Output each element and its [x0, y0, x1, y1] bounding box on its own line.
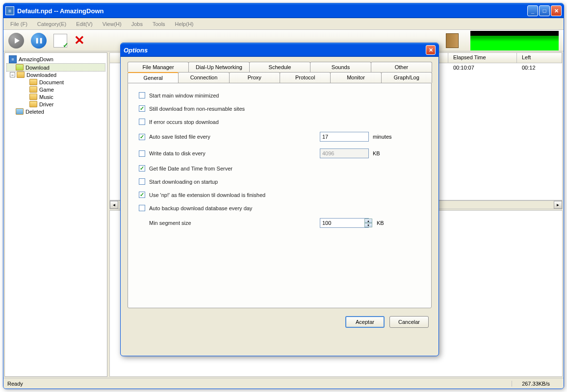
tree-deleted[interactable]: Deleted	[7, 108, 105, 115]
input-auto-save-minutes[interactable]	[320, 132, 369, 142]
tab-container: File Manager Dial-Up Networking Schedule…	[128, 62, 432, 308]
checkbox-get-date[interactable]	[139, 165, 145, 172]
label-start-downloading: Start downloading on startup	[149, 179, 218, 185]
checkbox-use-np[interactable]	[139, 192, 145, 198]
input-min-segment[interactable]	[320, 218, 369, 228]
delete-x-icon[interactable]: ✕	[74, 33, 85, 48]
tree-downloaded-label: Downloaded	[26, 72, 56, 78]
folder-icon	[29, 86, 37, 93]
opt-if-error: If error occurs stop download	[139, 119, 420, 125]
tree-child-label: Game	[39, 87, 54, 93]
accept-button[interactable]: Aceptar	[345, 316, 385, 328]
checkbox-auto-backup[interactable]	[139, 205, 145, 211]
list-col-elapsed[interactable]: Elapsed Time	[448, 53, 517, 63]
tree-child-label: Document	[39, 79, 64, 85]
tab-graphlog[interactable]: Graph/Log	[381, 72, 432, 83]
menu-file[interactable]: File (F)	[6, 20, 31, 28]
tab-connection[interactable]: Connection	[178, 72, 229, 83]
spinner-down-icon[interactable]: ▼	[364, 223, 372, 227]
tab-sounds[interactable]: Sounds	[310, 62, 371, 72]
spinner-up-icon[interactable]: ▲	[364, 219, 372, 223]
tree-game[interactable]: Game	[7, 86, 105, 93]
label-start-minimized: Start main window minimized	[149, 93, 219, 98]
tree-document[interactable]: Document	[7, 78, 105, 86]
tab-other[interactable]: Other	[371, 62, 432, 72]
scroll-right-icon[interactable]: ►	[554, 201, 562, 209]
unit-kb-2: KB	[377, 220, 384, 226]
list-col-left[interactable]: Left	[517, 53, 562, 63]
opt-auto-backup: Auto backup download database every day	[139, 205, 420, 211]
bandwidth-graph	[470, 31, 559, 50]
opt-auto-save: Auto save listed file every minutes	[139, 132, 420, 142]
window-title: Default.npd -- AmazingDown	[17, 7, 527, 15]
scroll-left-icon[interactable]: ◄	[110, 201, 118, 209]
checkbox-still-download[interactable]	[139, 105, 145, 112]
play-icon[interactable]	[8, 33, 24, 49]
menu-help[interactable]: Help(H)	[171, 20, 198, 28]
opt-start-downloading: Start downloading on startup	[139, 178, 420, 185]
tree-music[interactable]: Music	[7, 93, 105, 100]
label-write-disk: Write data to disk every	[149, 150, 316, 156]
tab-schedule[interactable]: Schedule	[249, 62, 310, 72]
cancel-button[interactable]: Cancelar	[389, 316, 429, 328]
checkbox-if-error[interactable]	[139, 119, 145, 125]
tab-row-top: File Manager Dial-Up Networking Schedule…	[128, 62, 432, 72]
close-button[interactable]: ✕	[551, 5, 562, 16]
tab-proxy[interactable]: Proxy	[229, 72, 280, 83]
input-write-disk-kb	[320, 148, 369, 158]
tab-general[interactable]: General	[128, 72, 179, 83]
label-use-np: Use 'np!' as file extension til download…	[149, 192, 265, 198]
maximize-button[interactable]: □	[539, 5, 550, 16]
unit-minutes: minutes	[373, 134, 392, 140]
tree-download[interactable]: Download	[7, 64, 105, 71]
status-speed: 267.33KB/s	[512, 381, 560, 387]
tab-protocol[interactable]: Protocol	[280, 72, 331, 83]
tab-monitor[interactable]: Monitor	[330, 72, 381, 83]
tab-panel-general: Start main window minimized Still downlo…	[128, 83, 432, 308]
tree-driver[interactable]: Driver	[7, 100, 105, 108]
opt-min-segment: Min segment size ▲ ▼ KB	[139, 218, 420, 228]
checkbox-start-minimized[interactable]	[139, 92, 145, 98]
tree-downloaded[interactable]: − Downloaded	[7, 71, 105, 78]
label-auto-save: Auto save listed file every	[149, 134, 316, 140]
recycle-icon	[16, 108, 24, 115]
category-tree[interactable]: ≡ AmazingDown Download − Downloaded Docu…	[4, 52, 107, 377]
folder-icon	[29, 94, 37, 100]
options-dialog: Options ✕ File Manager Dial-Up Networkin…	[120, 43, 439, 356]
label-if-error: If error occurs stop download	[149, 119, 219, 125]
label-auto-backup: Auto backup download database every day	[149, 205, 252, 211]
exit-door-icon[interactable]	[446, 33, 459, 48]
window-controls: _ □ ✕	[527, 5, 562, 16]
label-get-date: Get file Date and Time from Server	[149, 166, 232, 172]
tree-download-label: Download	[26, 65, 50, 71]
menu-category[interactable]: Category(E)	[33, 20, 70, 28]
folder-icon	[17, 72, 25, 78]
main-window: ≡ Default.npd -- AmazingDown _ □ ✕ File …	[3, 3, 564, 389]
tab-dialup[interactable]: Dial-Up Networking	[188, 62, 250, 72]
menubar: File (F) Category(E) Edit(V) View(H) Job…	[3, 18, 564, 30]
tab-file-manager[interactable]: File Manager	[128, 62, 189, 72]
pause-icon[interactable]	[31, 33, 47, 49]
opt-get-date: Get file Date and Time from Server	[139, 165, 420, 172]
tree-deleted-label: Deleted	[26, 109, 44, 115]
menu-tools[interactable]: Tools	[149, 20, 169, 28]
titlebar[interactable]: ≡ Default.npd -- AmazingDown _ □ ✕	[3, 3, 564, 18]
checkbox-start-downloading[interactable]	[139, 178, 145, 185]
dialog-close-icon[interactable]: ✕	[426, 45, 436, 55]
cell-left: 00:12	[522, 65, 536, 71]
menu-view[interactable]: View(H)	[99, 20, 126, 28]
opt-still-download: Still download from non-resumable sites	[139, 105, 420, 112]
tree-root[interactable]: ≡ AmazingDown	[7, 55, 105, 64]
folder-open-icon	[16, 64, 24, 71]
menu-jobs[interactable]: Jobs	[128, 20, 147, 28]
tree-child-label: Driver	[39, 101, 53, 107]
app-icon-small: ≡	[9, 55, 17, 63]
checkbox-auto-save[interactable]	[139, 134, 145, 140]
menu-edit[interactable]: Edit(V)	[72, 20, 97, 28]
checkbox-write-disk[interactable]	[139, 150, 145, 157]
opt-write-disk: Write data to disk every KB	[139, 148, 420, 158]
tree-collapse-icon[interactable]: −	[10, 72, 15, 77]
document-check-icon[interactable]	[53, 34, 67, 48]
dialog-titlebar[interactable]: Options ✕	[121, 43, 438, 57]
minimize-button[interactable]: _	[527, 5, 538, 16]
